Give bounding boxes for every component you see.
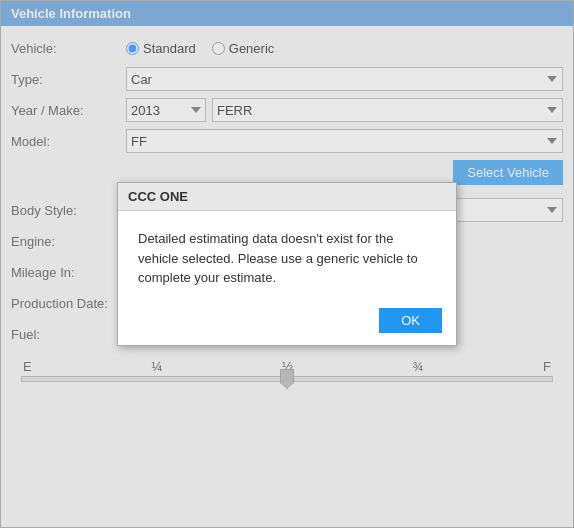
dialog: CCC ONE Detailed estimating data doesn't…	[117, 182, 457, 346]
main-panel: Vehicle Information Vehicle: Standard Ge…	[0, 0, 574, 528]
dialog-ok-button[interactable]: OK	[379, 308, 442, 333]
dialog-footer: OK	[118, 302, 456, 345]
dialog-body: Detailed estimating data doesn't exist f…	[118, 211, 456, 302]
dialog-title-bar: CCC ONE	[118, 183, 456, 211]
dialog-overlay: CCC ONE Detailed estimating data doesn't…	[1, 1, 573, 527]
